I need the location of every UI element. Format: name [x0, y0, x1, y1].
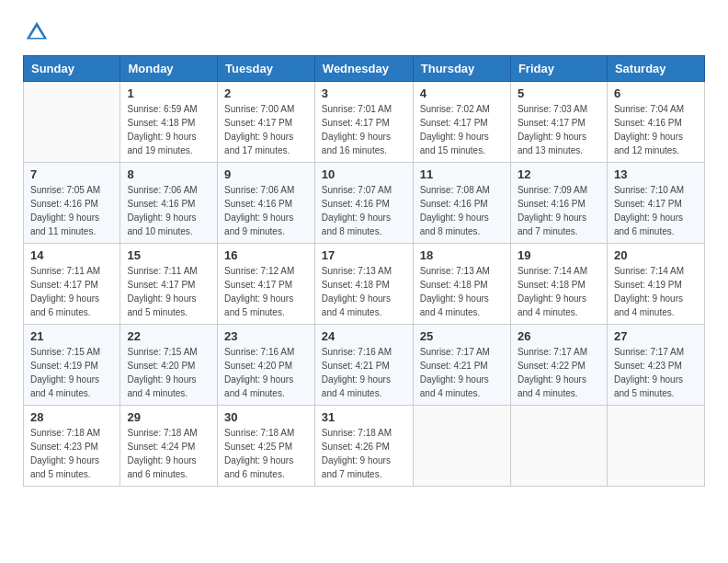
day-number: 14: [30, 248, 113, 262]
calendar-day-cell: 5 Sunrise: 7:03 AMSunset: 4:17 PMDayligh…: [510, 82, 607, 163]
day-of-week-header: Tuesday: [218, 56, 315, 82]
day-number: 23: [224, 329, 308, 343]
day-info: Sunrise: 7:08 AMSunset: 4:16 PMDaylight:…: [420, 185, 490, 236]
day-number: 20: [614, 248, 698, 262]
day-info: Sunrise: 7:16 AMSunset: 4:21 PMDaylight:…: [322, 347, 392, 398]
day-info: Sunrise: 7:11 AMSunset: 4:17 PMDaylight:…: [127, 266, 197, 317]
day-of-week-header: Wednesday: [314, 56, 413, 82]
calendar-day-cell: 21 Sunrise: 7:15 AMSunset: 4:19 PMDaylig…: [24, 325, 120, 406]
calendar-week-row: 1 Sunrise: 6:59 AMSunset: 4:18 PMDayligh…: [24, 82, 705, 163]
calendar-day-cell: 7 Sunrise: 7:05 AMSunset: 4:16 PMDayligh…: [24, 163, 120, 244]
day-number: 2: [224, 86, 308, 100]
day-number: 1: [127, 86, 210, 100]
day-number: 29: [127, 410, 210, 424]
calendar-day-cell: 1 Sunrise: 6:59 AMSunset: 4:18 PMDayligh…: [120, 82, 218, 163]
calendar-day-cell: 8 Sunrise: 7:06 AMSunset: 4:16 PMDayligh…: [120, 163, 218, 244]
day-number: 15: [127, 248, 210, 262]
day-number: 19: [518, 248, 600, 262]
day-of-week-header: Friday: [510, 56, 607, 82]
day-info: Sunrise: 7:14 AMSunset: 4:18 PMDaylight:…: [518, 266, 587, 317]
day-of-week-header: Sunday: [24, 56, 120, 82]
day-info: Sunrise: 7:15 AMSunset: 4:20 PMDaylight:…: [127, 347, 197, 398]
calendar-day-cell: 4 Sunrise: 7:02 AMSunset: 4:17 PMDayligh…: [413, 82, 510, 163]
day-number: 25: [420, 329, 504, 343]
calendar-day-cell: [607, 406, 704, 487]
day-number: 28: [30, 410, 113, 424]
day-info: Sunrise: 7:11 AMSunset: 4:17 PMDaylight:…: [30, 266, 100, 317]
calendar-week-row: 7 Sunrise: 7:05 AMSunset: 4:16 PMDayligh…: [24, 163, 705, 244]
day-number: 8: [127, 167, 210, 181]
calendar-day-cell: 29 Sunrise: 7:18 AMSunset: 4:24 PMDaylig…: [120, 406, 218, 487]
day-number: 24: [322, 329, 406, 343]
day-info: Sunrise: 7:00 AMSunset: 4:17 PMDaylight:…: [224, 104, 294, 155]
calendar-day-cell: [413, 406, 510, 487]
calendar-week-row: 14 Sunrise: 7:11 AMSunset: 4:17 PMDaylig…: [24, 244, 705, 325]
day-of-week-header: Monday: [120, 56, 218, 82]
day-info: Sunrise: 7:06 AMSunset: 4:16 PMDaylight:…: [127, 185, 197, 236]
calendar-day-cell: 24 Sunrise: 7:16 AMSunset: 4:21 PMDaylig…: [314, 325, 413, 406]
calendar-header-row: SundayMondayTuesdayWednesdayThursdayFrid…: [24, 56, 705, 82]
calendar-day-cell: 22 Sunrise: 7:15 AMSunset: 4:20 PMDaylig…: [120, 325, 218, 406]
logo-icon: [23, 18, 51, 46]
day-number: 9: [224, 167, 308, 181]
day-of-week-header: Saturday: [607, 56, 704, 82]
day-info: Sunrise: 7:18 AMSunset: 4:26 PMDaylight:…: [322, 428, 392, 479]
day-info: Sunrise: 6:59 AMSunset: 4:18 PMDaylight:…: [127, 104, 197, 155]
day-number: 4: [420, 86, 504, 100]
calendar-week-row: 21 Sunrise: 7:15 AMSunset: 4:19 PMDaylig…: [24, 325, 705, 406]
day-info: Sunrise: 7:18 AMSunset: 4:24 PMDaylight:…: [127, 428, 197, 479]
calendar-day-cell: 25 Sunrise: 7:17 AMSunset: 4:21 PMDaylig…: [413, 325, 510, 406]
calendar-week-row: 28 Sunrise: 7:18 AMSunset: 4:23 PMDaylig…: [24, 406, 705, 487]
day-number: 3: [322, 86, 406, 100]
day-info: Sunrise: 7:18 AMSunset: 4:23 PMDaylight:…: [30, 428, 100, 479]
calendar-table: SundayMondayTuesdayWednesdayThursdayFrid…: [23, 55, 705, 487]
day-number: 18: [420, 248, 504, 262]
day-number: 26: [518, 329, 600, 343]
day-info: Sunrise: 7:06 AMSunset: 4:16 PMDaylight:…: [224, 185, 294, 236]
day-info: Sunrise: 7:17 AMSunset: 4:21 PMDaylight:…: [420, 347, 490, 398]
calendar-day-cell: 23 Sunrise: 7:16 AMSunset: 4:20 PMDaylig…: [218, 325, 315, 406]
calendar-day-cell: 27 Sunrise: 7:17 AMSunset: 4:23 PMDaylig…: [607, 325, 704, 406]
day-number: 30: [224, 410, 308, 424]
calendar-day-cell: 13 Sunrise: 7:10 AMSunset: 4:17 PMDaylig…: [607, 163, 704, 244]
calendar-day-cell: 18 Sunrise: 7:13 AMSunset: 4:18 PMDaylig…: [413, 244, 510, 325]
day-number: 12: [518, 167, 600, 181]
day-number: 27: [614, 329, 698, 343]
calendar-day-cell: 17 Sunrise: 7:13 AMSunset: 4:18 PMDaylig…: [314, 244, 413, 325]
day-number: 10: [322, 167, 406, 181]
calendar-day-cell: 14 Sunrise: 7:11 AMSunset: 4:17 PMDaylig…: [24, 244, 120, 325]
day-info: Sunrise: 7:07 AMSunset: 4:16 PMDaylight:…: [322, 185, 392, 236]
day-number: 31: [322, 410, 406, 424]
day-number: 13: [614, 167, 698, 181]
calendar-day-cell: 28 Sunrise: 7:18 AMSunset: 4:23 PMDaylig…: [24, 406, 120, 487]
calendar-day-cell: 11 Sunrise: 7:08 AMSunset: 4:16 PMDaylig…: [413, 163, 510, 244]
day-number: 16: [224, 248, 308, 262]
calendar-day-cell: 12 Sunrise: 7:09 AMSunset: 4:16 PMDaylig…: [510, 163, 607, 244]
day-info: Sunrise: 7:04 AMSunset: 4:16 PMDaylight:…: [614, 104, 684, 155]
day-number: 22: [127, 329, 210, 343]
day-info: Sunrise: 7:17 AMSunset: 4:23 PMDaylight:…: [614, 347, 684, 398]
day-number: 5: [518, 86, 600, 100]
day-number: 21: [30, 329, 113, 343]
page-header: [23, 18, 705, 46]
day-number: 7: [30, 167, 113, 181]
calendar-day-cell: [510, 406, 607, 487]
day-info: Sunrise: 7:03 AMSunset: 4:17 PMDaylight:…: [518, 104, 587, 155]
day-info: Sunrise: 7:16 AMSunset: 4:20 PMDaylight:…: [224, 347, 294, 398]
day-info: Sunrise: 7:12 AMSunset: 4:17 PMDaylight:…: [224, 266, 294, 317]
calendar-day-cell: 6 Sunrise: 7:04 AMSunset: 4:16 PMDayligh…: [607, 82, 704, 163]
day-info: Sunrise: 7:01 AMSunset: 4:17 PMDaylight:…: [322, 104, 392, 155]
day-info: Sunrise: 7:02 AMSunset: 4:17 PMDaylight:…: [420, 104, 490, 155]
calendar-day-cell: 3 Sunrise: 7:01 AMSunset: 4:17 PMDayligh…: [314, 82, 413, 163]
day-info: Sunrise: 7:10 AMSunset: 4:17 PMDaylight:…: [614, 185, 684, 236]
day-number: 11: [420, 167, 504, 181]
day-info: Sunrise: 7:14 AMSunset: 4:19 PMDaylight:…: [614, 266, 684, 317]
calendar-day-cell: 26 Sunrise: 7:17 AMSunset: 4:22 PMDaylig…: [510, 325, 607, 406]
calendar-day-cell: 15 Sunrise: 7:11 AMSunset: 4:17 PMDaylig…: [120, 244, 218, 325]
calendar-day-cell: 19 Sunrise: 7:14 AMSunset: 4:18 PMDaylig…: [510, 244, 607, 325]
day-info: Sunrise: 7:05 AMSunset: 4:16 PMDaylight:…: [30, 185, 100, 236]
day-number: 17: [322, 248, 406, 262]
calendar-day-cell: 20 Sunrise: 7:14 AMSunset: 4:19 PMDaylig…: [607, 244, 704, 325]
day-number: 6: [614, 86, 698, 100]
day-info: Sunrise: 7:18 AMSunset: 4:25 PMDaylight:…: [224, 428, 294, 479]
